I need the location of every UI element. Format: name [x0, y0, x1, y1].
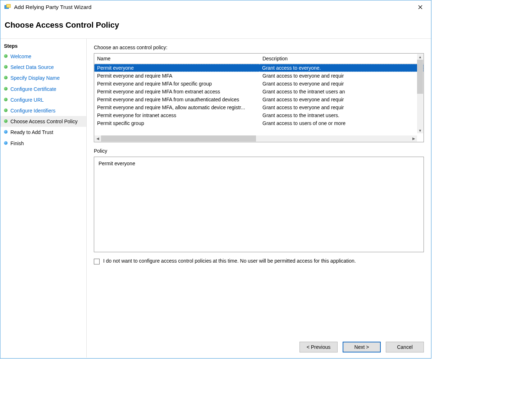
scroll-up-icon[interactable]: ▲: [417, 54, 423, 60]
policy-detail-label: Policy: [94, 148, 424, 154]
policy-name: Permit everyone and require MFA for spec…: [94, 80, 260, 88]
step-item[interactable]: Configure URL: [0, 94, 86, 105]
policy-name: Permit everyone for intranet access: [94, 111, 260, 119]
policy-description: Grant access to the intranet users an: [260, 88, 424, 96]
step-label: Specify Display Name: [10, 75, 60, 81]
policy-row[interactable]: Permit specific groupGrant access to use…: [94, 119, 424, 127]
policy-name: Permit everyone and require MFA from ext…: [94, 88, 260, 96]
policy-description: Grant access to the intranet users.: [260, 111, 424, 119]
policy-name: Permit everyone: [94, 64, 260, 72]
policy-description: Grant access to everyone and requir: [260, 80, 424, 88]
policy-row[interactable]: Permit everyone and require MFA for spec…: [94, 80, 424, 88]
step-item[interactable]: Select Data Source: [0, 62, 86, 73]
step-bullet-icon: [4, 54, 8, 58]
next-button[interactable]: Next >: [343, 342, 381, 352]
step-label: Choose Access Control Policy: [10, 118, 78, 125]
scroll-down-icon[interactable]: ▼: [417, 128, 423, 133]
policy-row[interactable]: Permit everyone for intranet accessGrant…: [94, 111, 424, 119]
policy-row[interactable]: Permit everyone and require MFAGrant acc…: [94, 72, 424, 80]
step-bullet-icon: [4, 65, 8, 69]
policy-list[interactable]: Name Description Permit everyoneGrant ac…: [94, 53, 424, 142]
window-title: Add Relying Party Trust Wizard: [14, 4, 413, 10]
step-label: Ready to Add Trust: [10, 129, 53, 135]
scroll-thumb[interactable]: [101, 135, 256, 142]
close-button[interactable]: [413, 2, 427, 13]
step-item[interactable]: Configure Identifiers: [0, 105, 86, 116]
policy-description: Grant access to everyone and requir: [260, 72, 424, 80]
step-bullet-icon: [4, 87, 8, 91]
step-bullet-icon: [4, 119, 8, 123]
skip-policy-label: I do not want to configure access contro…: [103, 258, 356, 264]
policy-name: Permit specific group: [94, 119, 260, 127]
policy-list-header: Name Description: [94, 54, 424, 64]
step-item[interactable]: Choose Access Control Policy: [0, 116, 86, 127]
step-item[interactable]: Finish: [0, 138, 86, 149]
skip-policy-checkbox[interactable]: [94, 259, 100, 264]
scroll-left-icon[interactable]: ◀: [95, 135, 101, 142]
policy-description: Grant access to everyone and requir: [260, 103, 424, 111]
step-label: Finish: [10, 140, 24, 147]
policy-detail-box: Permit everyone: [94, 157, 424, 252]
step-label: Configure Identifiers: [10, 107, 55, 114]
wizard-buttons: < Previous Next > Cancel: [94, 337, 424, 352]
close-icon: [418, 5, 422, 9]
policy-name: Permit everyone and require MFA: [94, 72, 260, 80]
scroll-right-icon[interactable]: ▶: [411, 135, 417, 142]
policy-description: Grant access to everyone.: [260, 64, 424, 72]
policy-list-label: Choose an access control policy:: [94, 45, 424, 50]
policy-description: Grant access to everyone and requir: [260, 96, 424, 103]
step-bullet-icon: [4, 141, 8, 145]
step-bullet-icon: [4, 109, 8, 112]
step-item[interactable]: Ready to Add Trust: [0, 127, 86, 138]
policy-row[interactable]: Permit everyone and require MFA from ext…: [94, 88, 424, 96]
steps-sidebar: Steps WelcomeSelect Data SourceSpecify D…: [0, 39, 87, 357]
step-bullet-icon: [4, 98, 8, 101]
step-item[interactable]: Configure Certificate: [0, 84, 86, 94]
step-label: Configure Certificate: [10, 86, 56, 92]
page-title: Choose Access Control Policy: [5, 20, 427, 30]
skip-policy-option[interactable]: I do not want to configure access contro…: [94, 258, 424, 264]
column-header-description[interactable]: Description: [260, 54, 417, 64]
step-label: Welcome: [10, 53, 31, 60]
column-header-name[interactable]: Name: [94, 54, 260, 64]
policy-row[interactable]: Permit everyoneGrant access to everyone.: [94, 64, 424, 72]
policy-row[interactable]: Permit everyone and require MFA from una…: [94, 96, 424, 103]
step-bullet-icon: [4, 76, 8, 79]
main-panel: Choose an access control policy: Name De…: [87, 39, 431, 357]
policy-name: Permit everyone and require MFA from una…: [94, 96, 260, 103]
policy-row[interactable]: Permit everyone and require MFA, allow a…: [94, 103, 424, 111]
title-bar: Add Relying Party Trust Wizard: [0, 0, 431, 14]
steps-title: Steps: [0, 43, 86, 51]
step-item[interactable]: Welcome: [0, 51, 86, 62]
previous-button[interactable]: < Previous: [299, 342, 338, 352]
cancel-button[interactable]: Cancel: [386, 342, 424, 352]
step-label: Configure URL: [10, 97, 44, 103]
vertical-scrollbar[interactable]: ▲ ▼: [417, 54, 423, 133]
wizard-header: Choose Access Control Policy: [0, 14, 431, 38]
policy-name: Permit everyone and require MFA, allow a…: [94, 103, 260, 111]
step-label: Select Data Source: [10, 64, 54, 70]
svg-rect-1: [6, 4, 10, 8]
step-item[interactable]: Specify Display Name: [0, 73, 86, 83]
scroll-thumb[interactable]: [417, 60, 423, 94]
step-bullet-icon: [4, 130, 8, 134]
horizontal-scrollbar[interactable]: ◀ ▶: [95, 135, 417, 142]
wizard-icon: [4, 4, 11, 11]
policy-detail-text: Permit everyone: [99, 161, 135, 166]
policy-description: Grant access to users of one or more: [260, 119, 424, 127]
